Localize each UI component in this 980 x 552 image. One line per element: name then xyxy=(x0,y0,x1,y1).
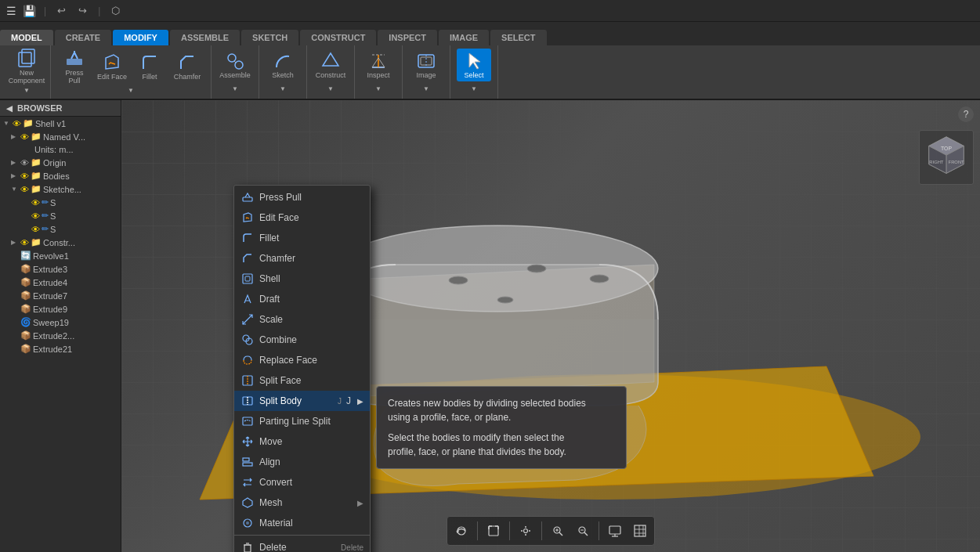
chamfer-button[interactable]: Chamfer xyxy=(170,48,204,85)
sketch1-eye-icon[interactable]: 👁 xyxy=(31,198,40,207)
browser-item-root[interactable]: ▼ 👁 📁 Shell v1 xyxy=(0,117,121,130)
split-body-menu-icon xyxy=(240,394,255,408)
construct-arrow[interactable]: ▼ xyxy=(326,83,335,96)
sketch-button[interactable]: Sketch xyxy=(266,49,300,81)
image-label: Image xyxy=(416,72,436,80)
browser-item-extrude7[interactable]: 📦 Extrude7 xyxy=(0,289,121,302)
svg-point-19 xyxy=(527,265,546,272)
edit-face-button[interactable]: Edit Face xyxy=(95,48,129,85)
inspect-arrow[interactable]: ▼ xyxy=(374,83,383,96)
menu-replace-face[interactable]: Replace Face xyxy=(234,350,370,370)
bodies-eye-icon[interactable]: 👁 xyxy=(20,171,29,181)
zoom-button[interactable] xyxy=(572,520,594,542)
chamfer-icon xyxy=(176,52,198,74)
browser-item-sweep19[interactable]: 🌀 Sweep19 xyxy=(0,316,121,329)
menu-align[interactable]: Align xyxy=(234,452,370,472)
tab-inspect[interactable]: INSPECT xyxy=(378,30,437,45)
menu-press-pull[interactable]: Press Pull xyxy=(234,187,370,207)
new-component-label: New Component xyxy=(9,70,45,85)
browser-item-extrude4[interactable]: 📦 Extrude4 xyxy=(0,276,121,289)
sketches-eye-icon[interactable]: 👁 xyxy=(20,185,29,194)
tab-assemble[interactable]: ASSEMBLE xyxy=(170,30,240,45)
constructs-eye-icon[interactable]: 👁 xyxy=(20,238,29,247)
share-button[interactable]: ⬡ xyxy=(108,3,123,18)
browser-item-units[interactable]: Units: m... xyxy=(0,143,121,156)
inspect-button[interactable]: Inspect xyxy=(361,49,396,81)
bottom-toolbar xyxy=(447,516,655,546)
menu-icon[interactable]: ☰ xyxy=(6,5,16,17)
save-icon[interactable]: 💾 xyxy=(23,5,36,17)
menu-convert[interactable]: Convert xyxy=(234,472,370,492)
sketch-arrow[interactable]: ▼ xyxy=(278,83,287,96)
menu-combine[interactable]: Combine xyxy=(234,330,370,350)
origin-eye-icon[interactable]: 👁 xyxy=(20,158,29,168)
extrude3-label: Extrude3 xyxy=(33,265,67,274)
assemble-button[interactable]: Assemble xyxy=(218,49,252,81)
modify-arrow[interactable]: ▼ xyxy=(126,87,136,97)
root-eye-icon[interactable]: 👁 xyxy=(13,119,21,128)
named-eye-icon[interactable]: 👁 xyxy=(20,132,29,142)
menu-draft-label: Draft xyxy=(259,294,363,305)
browser-item-bodies[interactable]: ▶ 👁 📁 Bodies xyxy=(0,169,121,182)
tab-model[interactable]: MODEL xyxy=(0,30,53,45)
redo-button[interactable]: ↪ xyxy=(75,3,90,18)
select-arrow[interactable]: ▼ xyxy=(469,83,479,96)
menu-fillet[interactable]: Fillet xyxy=(234,228,370,248)
tab-select[interactable]: SELECT xyxy=(490,30,546,45)
tab-modify[interactable]: MODIFY xyxy=(113,30,168,45)
browser-item-named[interactable]: ▶ 👁 📁 Named V... xyxy=(0,130,121,143)
menu-draft[interactable]: Draft xyxy=(234,289,370,309)
browser-item-extrude9[interactable]: 📦 Extrude9 xyxy=(0,302,121,316)
undo-button[interactable]: ↩ xyxy=(54,3,69,18)
help-button[interactable]: ? xyxy=(958,106,974,122)
browser-header[interactable]: ◀ BROWSER xyxy=(0,100,121,117)
assemble-arrow[interactable]: ▼ xyxy=(230,83,240,96)
new-component-button[interactable]: New Component xyxy=(9,48,44,85)
select-button[interactable]: Select xyxy=(457,49,491,81)
browser-collapse-arrow[interactable]: ◀ xyxy=(6,104,13,113)
menu-edit-face[interactable]: Edit Face xyxy=(234,207,370,228)
orbit-button[interactable] xyxy=(450,520,472,542)
view-cube[interactable]: TOP FRONT RIGHT xyxy=(919,130,974,185)
menu-parting-line-split[interactable]: Parting Line Split xyxy=(234,411,370,431)
menu-material[interactable]: Material xyxy=(234,513,370,533)
image-arrow[interactable]: ▼ xyxy=(421,83,431,96)
tab-construct[interactable]: CONSTRUCT xyxy=(300,30,376,45)
pan-button[interactable] xyxy=(515,520,537,542)
browser-item-extrude3[interactable]: 📦 Extrude3 xyxy=(0,262,121,276)
grid-button[interactable] xyxy=(629,520,651,542)
sketch3-eye-icon[interactable]: 👁 xyxy=(31,225,40,234)
fit-button[interactable] xyxy=(483,520,504,542)
browser-item-sketches[interactable]: ▼ 👁 📁 Sketche... xyxy=(0,182,121,196)
image-button[interactable]: Image xyxy=(409,49,443,81)
construct-button[interactable]: Construct xyxy=(313,49,348,81)
menu-split-body[interactable]: Split Body J J ▶ xyxy=(234,391,370,411)
fillet-label: Fillet xyxy=(142,74,157,81)
display-button[interactable] xyxy=(604,520,626,542)
browser-item-sketch2[interactable]: 👁 ✏ S xyxy=(0,209,121,222)
browser-item-revolve1[interactable]: 🔄 Revolve1 xyxy=(0,249,121,262)
browser-item-extrude20[interactable]: 📦 Extrude2... xyxy=(0,329,121,342)
menu-chamfer[interactable]: Chamfer xyxy=(234,248,370,269)
menu-mesh[interactable]: Mesh ▶ xyxy=(234,492,370,513)
menu-split-face[interactable]: Split Face xyxy=(234,370,370,391)
browser-item-origin[interactable]: ▶ 👁 📁 Origin xyxy=(0,156,121,169)
press-pull-button[interactable]: Press Pull xyxy=(57,48,92,85)
menu-scale[interactable]: Scale xyxy=(234,309,370,330)
menu-shell[interactable]: Shell xyxy=(234,269,370,289)
browser-item-extrude21[interactable]: 📦 Extrude21 xyxy=(0,342,121,355)
menu-delete[interactable]: Delete Delete xyxy=(234,537,370,552)
menu-move[interactable]: Move xyxy=(234,431,370,452)
new-component-arrow[interactable]: ▼ xyxy=(22,87,31,97)
sketch2-eye-icon[interactable]: 👁 xyxy=(31,211,40,221)
zoom-region-button[interactable] xyxy=(547,520,569,542)
browser-item-constructs[interactable]: ▶ 👁 📁 Constr... xyxy=(0,236,121,249)
press-pull-menu-icon xyxy=(240,190,255,204)
tab-create[interactable]: CREATE xyxy=(55,30,111,45)
viewport[interactable]: Press Pull Edit Face Fillet Chamfer xyxy=(121,100,980,552)
browser-item-sketch1[interactable]: 👁 ✏ S xyxy=(0,196,121,209)
tab-image[interactable]: IMAGE xyxy=(439,30,489,45)
tab-sketch[interactable]: SKETCH xyxy=(241,30,298,45)
fillet-button[interactable]: Fillet xyxy=(132,48,167,85)
browser-item-sketch3[interactable]: 👁 ✏ S xyxy=(0,222,121,236)
